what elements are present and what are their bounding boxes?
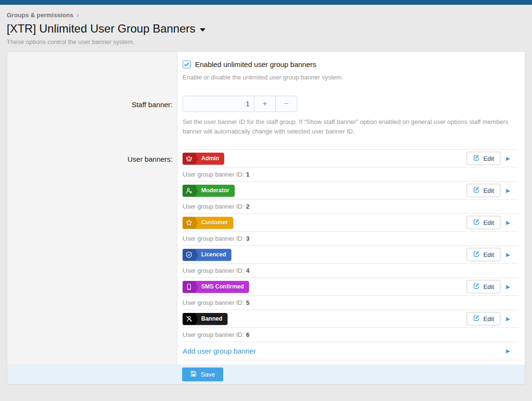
staff-banner-hint: Set the user banner ID for the staff gro… [183,117,518,136]
banner-id-row: User group banner ID: 4 [183,263,518,278]
banner-id-prefix: User group banner ID: [183,299,244,306]
edit-button[interactable]: Edit [467,312,500,325]
edit-button[interactable]: Edit [467,184,500,197]
banner-badge: Admin [183,153,224,165]
page-title: [XTR] Unlimited User Group Banners [7,22,195,35]
banner-badge: Customer [183,217,233,229]
banner-badge: Licenced [183,249,231,261]
add-banner-row: Add user group banner ▶ [183,342,518,360]
banner-id-value: 4 [246,267,250,274]
edit-button-label: Edit [483,251,494,258]
edit-button[interactable]: Edit [467,280,500,293]
banner-id-prefix: User group banner ID: [183,331,244,338]
page-description: These options control the user banner sy… [7,38,525,45]
banner-badge: Banned [183,313,228,325]
banner-id-row: User group banner ID: 2 [183,199,518,213]
enable-hint: Enable or disable the unlimited user gro… [183,73,518,82]
edit-button-label: Edit [483,219,494,226]
banner-row: Admin Edit ▶ [183,149,518,167]
enable-row-label-spacer [7,52,177,82]
user-banner-list: Admin Edit ▶ User group banner ID: 1 Mod… [177,136,525,365]
banner-badge: SMS Confirmed [183,281,249,293]
staff-banner-label: Staff banner: [7,82,177,136]
banner-id-row: User group banner ID: 1 [183,167,518,181]
decrement-button[interactable]: − [275,96,297,111]
save-footer: Save [7,365,525,384]
crown-icon [183,153,195,165]
breadcrumb-link[interactable]: Groups & permissions [7,11,73,19]
edit-button[interactable]: Edit [467,216,500,229]
banner-id-prefix: User group banner ID: [183,267,244,274]
chevron-down-icon [200,28,206,32]
save-icon [190,370,197,379]
banner-id-value: 6 [246,331,250,338]
banner-badge: Moderator [183,185,235,197]
save-button[interactable]: Save [182,368,223,381]
edit-button-label: Edit [483,155,494,162]
banner-id-prefix: User group banner ID: [183,203,244,210]
banner-row: Licenced Edit ▶ [183,245,518,263]
banner-badge-label: Licenced [198,249,231,261]
expand-arrow-icon[interactable]: ▶ [506,188,510,193]
banner-badge-label: SMS Confirmed [198,281,249,293]
banner-badge-label: Admin [198,153,224,165]
banner-badge-label: Moderator [198,185,235,197]
options-panel: Enabled unlimited user group banners Ena… [7,51,525,385]
edit-button-label: Edit [483,187,494,194]
staff-banner-spinner: + − [183,96,297,112]
banner-id-value: 5 [246,299,250,306]
banner-badge-label: Banned [198,313,228,325]
banner-id-prefix: User group banner ID: [183,171,244,178]
save-button-label: Save [201,371,215,378]
edit-pencil-icon [473,314,480,323]
increment-button[interactable]: + [254,96,275,111]
edit-button[interactable]: Edit [467,248,500,261]
top-accent-bar [0,0,532,5]
expand-arrow-icon[interactable]: ▶ [506,252,510,257]
expand-arrow-icon[interactable]: ▶ [506,220,510,225]
enabled-checkbox[interactable] [183,60,191,68]
edit-pencil-icon [473,282,480,291]
staff-banner-row: + − Set the user banner ID for the staff… [177,82,525,136]
edit-pencil-icon [473,154,480,163]
breadcrumb: Groups & permissions › [7,11,525,19]
banner-id-row: User group banner ID: 3 [183,231,518,245]
shield-icon [183,249,195,261]
expand-arrow-icon[interactable]: ▶ [506,284,510,290]
banner-id-row: User group banner ID: 5 [183,295,518,310]
staff-banner-input[interactable] [183,96,254,111]
banner-row: Moderator Edit ▶ [183,181,518,199]
banner-badge-label: Customer [198,217,233,229]
edit-button-label: Edit [483,283,494,290]
breadcrumb-chevron-icon: › [76,11,78,19]
edit-button[interactable]: Edit [467,152,500,165]
user-gear-icon [183,185,195,197]
add-banner-link[interactable]: Add user group banner [183,347,256,355]
expand-arrow-icon[interactable]: ▶ [506,316,510,322]
user-slash-icon [183,313,195,325]
mobile-icon [183,281,195,293]
expand-arrow-icon[interactable]: ▶ [506,348,510,354]
edit-pencil-icon [473,250,480,259]
edit-pencil-icon [473,186,480,195]
enable-row: Enabled unlimited user group banners Ena… [177,52,525,82]
star-icon [183,217,195,229]
banner-row: Customer Edit ▶ [183,213,518,231]
banner-id-value: 1 [246,171,250,178]
user-banners-label: User banners: [7,136,177,365]
enabled-checkbox-label[interactable]: Enabled unlimited user group banners [195,60,316,68]
page-title-dropdown[interactable]: [XTR] Unlimited User Group Banners [7,22,525,35]
edit-pencil-icon [473,218,480,227]
banner-row: Banned Edit ▶ [183,310,518,327]
banner-row: SMS Confirmed Edit ▶ [183,278,518,295]
banner-id-row: User group banner ID: 6 [183,327,518,342]
banner-id-value: 2 [246,203,250,210]
edit-button-label: Edit [483,315,494,323]
expand-arrow-icon[interactable]: ▶ [506,156,510,161]
banner-id-prefix: User group banner ID: [183,235,244,242]
banner-id-value: 3 [246,235,250,242]
